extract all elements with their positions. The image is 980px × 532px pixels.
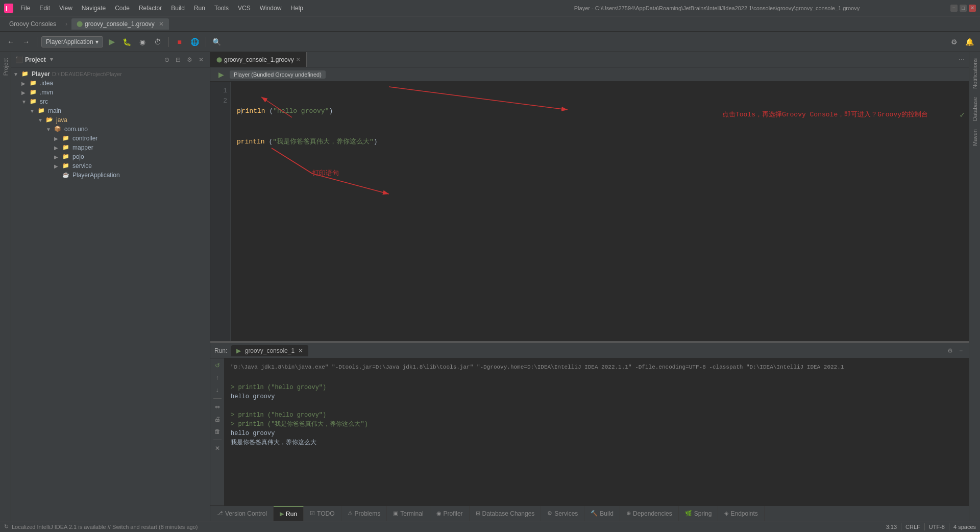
groovy-consoles-tab[interactable]: Groovy Consoles <box>4 18 61 30</box>
bottom-tab-run[interactable]: ▶ Run <box>274 506 304 521</box>
bottom-tab-endpoints[interactable]: ◈ Endpoints <box>718 506 764 521</box>
service-icon: 📁 <box>62 162 70 170</box>
project-panel-tab[interactable]: Project <box>1 54 10 80</box>
bottom-tab-dependencies[interactable]: ⊕ Dependencies <box>620 506 679 521</box>
panel-scope-btn[interactable]: ⊙ <box>162 55 172 64</box>
encoding[interactable]: UTF-8 <box>929 524 945 530</box>
run-config-dropdown[interactable]: PlayerApplication ▾ <box>41 36 103 47</box>
forward-btn[interactable]: → <box>19 35 33 49</box>
menu-edit[interactable]: Edit <box>35 3 54 14</box>
code-editor[interactable]: 1 2 println ("hello groovy") println ("我… <box>210 82 969 341</box>
run-config-label[interactable]: Player (Bundled Groovy undefined) <box>230 70 326 79</box>
debug-button[interactable]: 🐛 <box>120 35 134 49</box>
editor-tab-more[interactable]: ⋯ <box>954 56 969 63</box>
run-panel-actions: ⚙ − <box>945 346 965 355</box>
editor-file-tab[interactable]: ⬤ groovy_console_1.groovy ✕ <box>210 52 307 67</box>
bottom-tab-dbchanges-label: Database Changes <box>482 510 535 517</box>
close-run-btn[interactable]: ✕ <box>212 443 223 453</box>
tree-idea[interactable]: ▶ 📁 .idea <box>11 79 210 88</box>
scroll-up-btn[interactable]: ↑ <box>212 373 223 383</box>
notifications-panel-tab[interactable]: Notifications <box>970 54 979 93</box>
menu-help[interactable]: Help <box>286 3 307 14</box>
close-button[interactable]: ✕ <box>969 5 976 12</box>
main-icon: 📁 <box>38 107 46 114</box>
scroll-down-btn[interactable]: ↓ <box>212 385 223 395</box>
bottom-tab-terminal[interactable]: ▣ Terminal <box>387 506 430 521</box>
profile-button[interactable]: ⏱ <box>151 35 164 49</box>
rerun-btn[interactable]: ↺ <box>212 360 223 371</box>
run-tab-close-btn[interactable]: ✕ <box>298 347 303 354</box>
code-content[interactable]: println ("hello groovy") println ("我是你爸爸… <box>231 82 969 341</box>
run-button[interactable]: ▶ <box>105 35 118 49</box>
menu-run[interactable]: Run <box>190 3 209 14</box>
bottom-tab-spring[interactable]: 🌿 Spring <box>679 506 719 521</box>
tree-mvn[interactable]: ▶ 📁 .mvn <box>11 88 210 97</box>
settings-button[interactable]: ⚙ <box>947 35 961 49</box>
editor-tab-close[interactable]: ✕ <box>296 57 300 62</box>
app-icon: I <box>4 4 13 13</box>
bottom-tab-version-control[interactable]: ⎇ Version Control <box>210 506 274 521</box>
run-hide-btn[interactable]: − <box>957 346 965 355</box>
panel-hide-btn[interactable]: ✕ <box>197 55 206 64</box>
line-numbers: 1 2 <box>210 82 231 341</box>
panel-collapse-btn[interactable]: ⊟ <box>174 55 183 64</box>
src-icon: 📁 <box>30 98 38 105</box>
run-output: "D:\Java jdk1.8\bin\java.exe" "-Dtools.j… <box>225 358 969 505</box>
soft-wrap-btn[interactable]: ⇔ <box>212 402 223 412</box>
menu-code[interactable]: Code <box>111 3 134 14</box>
bottom-tab-build[interactable]: 🔨 Build <box>584 506 620 521</box>
tree-mapper[interactable]: ▶ 📁 mapper <box>11 143 210 152</box>
notifications-button[interactable]: 🔔 <box>963 35 976 49</box>
tree-java[interactable]: ▼ 📂 java <box>11 115 210 125</box>
groovy-file-tab[interactable]: ⬤ groovy_console_1.groovy ✕ <box>71 18 169 30</box>
main-label: main <box>48 107 61 114</box>
menu-vcs[interactable]: VCS <box>234 3 255 14</box>
tree-player-app[interactable]: ☕ PlayerApplication <box>11 171 210 180</box>
menu-view[interactable]: View <box>55 3 77 14</box>
window-title: Player - C:\Users\27594\AppData\Roaming\… <box>483 5 950 11</box>
run-settings-btn[interactable]: ⚙ <box>945 346 955 355</box>
menu-file[interactable]: File <box>16 3 34 14</box>
run-output-line-2: > println ("hello groovy") <box>231 410 963 420</box>
run-groovy-btn[interactable]: ▶ <box>214 68 228 81</box>
clear-btn[interactable]: 🗑 <box>212 426 223 437</box>
bottom-tab-db-changes[interactable]: ⊞ Database Changes <box>470 506 542 521</box>
translate-button[interactable]: 🌐 <box>188 35 202 49</box>
bottom-tab-profiler[interactable]: ◉ Profiler <box>430 506 470 521</box>
problems-icon: ⚠ <box>348 510 353 517</box>
menu-refactor[interactable]: Refactor <box>135 3 166 14</box>
back-btn[interactable]: ← <box>4 35 17 49</box>
indent-setting[interactable]: 4 spaces <box>953 524 976 530</box>
menu-window[interactable]: Window <box>256 3 286 14</box>
tree-src[interactable]: ▼ 📁 src <box>11 97 210 106</box>
search-button[interactable]: 🔍 <box>210 35 224 49</box>
restore-button[interactable]: □ <box>960 5 967 12</box>
database-panel-tab[interactable]: Database <box>970 93 979 125</box>
svg-text:I: I <box>6 5 7 12</box>
tree-service[interactable]: ▶ 📁 service <box>11 161 210 171</box>
status-sep3 <box>949 523 949 530</box>
line-ending[interactable]: CRLF <box>905 524 920 530</box>
tree-main[interactable]: ▼ 📁 main <box>11 106 210 115</box>
run-console-tab[interactable]: ▶ groovy_console_1 ✕ <box>231 345 308 356</box>
stop-button[interactable]: ■ <box>173 35 186 49</box>
mvn-arrow: ▶ <box>21 90 30 95</box>
minimize-button[interactable]: − <box>950 5 958 12</box>
panel-settings-btn[interactable]: ⚙ <box>185 55 194 64</box>
menu-tools[interactable]: Tools <box>210 3 233 14</box>
menu-navigate[interactable]: Navigate <box>78 3 110 14</box>
print-btn[interactable]: 🖨 <box>212 414 223 424</box>
bottom-tab-todo[interactable]: ☑ TODO <box>304 506 341 521</box>
tree-controller[interactable]: ▶ 📁 controller <box>11 134 210 143</box>
tree-pojo[interactable]: ▶ 📁 pojo <box>11 152 210 161</box>
coverage-button[interactable]: ◉ <box>136 35 149 49</box>
menu-build[interactable]: Build <box>167 3 189 14</box>
close-file-tab[interactable]: ✕ <box>159 20 164 28</box>
maven-panel-tab[interactable]: Maven <box>970 125 979 150</box>
tree-root[interactable]: ▼ 📁 Player D:\IDEA\IDEAProject\Player <box>11 69 210 79</box>
bottom-tab-services[interactable]: ⚙ Services <box>541 506 584 521</box>
editor-tab-bar: ⬤ groovy_console_1.groovy ✕ ⋯ <box>210 52 969 67</box>
run-output-result-2: hello groovy <box>231 429 963 438</box>
bottom-tab-problems[interactable]: ⚠ Problems <box>341 506 387 521</box>
tree-com-uno[interactable]: ▼ 📦 com.uno <box>11 125 210 134</box>
